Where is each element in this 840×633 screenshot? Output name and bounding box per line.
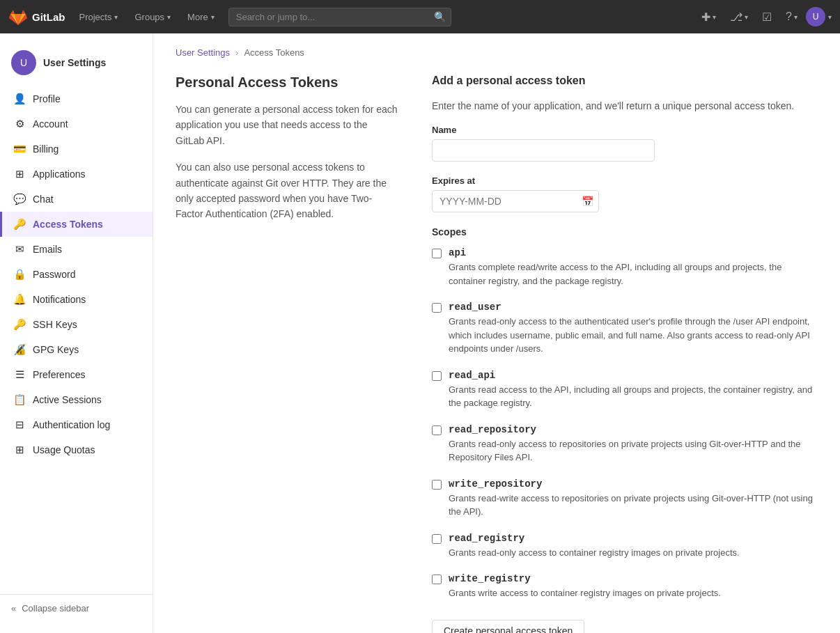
- sidebar-label-active-sessions: Active Sessions: [33, 394, 102, 405]
- page-desc-1: You can generate a personal access token…: [176, 102, 398, 148]
- sidebar-avatar: U: [11, 50, 36, 75]
- sidebar-item-access-tokens[interactable]: 🔑 Access Tokens: [0, 212, 153, 237]
- sidebar-user: U User Settings: [0, 45, 153, 86]
- user-avatar[interactable]: U: [806, 7, 825, 26]
- layout: U User Settings 👤 Profile ⚙ Account 💳 Bi…: [0, 33, 840, 633]
- sidebar-item-applications[interactable]: ⊞ Applications: [0, 162, 153, 187]
- breadcrumb-current: Access Tokens: [244, 47, 304, 58]
- billing-icon: 💳: [13, 143, 26, 155]
- usage-quotas-icon: ⊞: [13, 444, 26, 456]
- gitlab-text: GitLab: [32, 11, 65, 23]
- page-title: Personal Access Tokens: [176, 75, 398, 91]
- scope-read-registry-name: read_registry: [449, 533, 740, 544]
- sidebar-label-chat: Chat: [33, 194, 54, 205]
- applications-icon: ⊞: [13, 168, 26, 180]
- scope-write-registry-checkbox[interactable]: [432, 575, 442, 584]
- breadcrumb: User Settings › Access Tokens: [176, 47, 818, 58]
- auth-log-icon: ⊟: [13, 419, 26, 431]
- search-area: 🔍: [228, 8, 451, 26]
- help-button[interactable]: ?▾: [780, 8, 803, 26]
- sidebar-label-account: Account: [33, 118, 68, 130]
- name-input[interactable]: [432, 139, 655, 162]
- scope-api-name: api: [449, 247, 818, 258]
- form-section-title: Add a personal access token: [432, 75, 818, 87]
- emails-icon: ✉: [13, 243, 26, 256]
- scopes-group: Scopes api Grants complete read/write ac…: [432, 226, 818, 600]
- collapse-icon: «: [11, 603, 16, 614]
- scope-read-registry: read_registry Grants read-only access to…: [432, 533, 818, 560]
- account-icon: ⚙: [13, 118, 26, 130]
- scope-read-registry-checkbox[interactable]: [432, 534, 442, 544]
- breadcrumb-separator: ›: [235, 47, 238, 58]
- scope-write-registry: write_registry Grants write access to co…: [432, 573, 818, 600]
- breadcrumb-parent[interactable]: User Settings: [176, 47, 230, 58]
- page-body: Personal Access Tokens You can generate …: [176, 75, 818, 633]
- create-button[interactable]: ✚▾: [696, 8, 722, 26]
- sidebar-label-auth-log: Authentication log: [33, 419, 110, 430]
- sidebar-label-preferences: Preferences: [33, 369, 85, 380]
- sidebar-label-profile: Profile: [33, 93, 61, 104]
- scope-read-api-checkbox[interactable]: [432, 371, 442, 381]
- sidebar-item-ssh-keys[interactable]: 🔑 SSH Keys: [0, 312, 153, 337]
- expires-field-group: Expires at 📅: [432, 175, 818, 212]
- more-menu[interactable]: More ▾: [182, 9, 220, 25]
- sidebar-label-password: Password: [33, 269, 75, 280]
- form-section-desc: Enter the name of your application, and …: [432, 98, 818, 114]
- sidebar-item-usage-quotas[interactable]: ⊞ Usage Quotas: [0, 437, 153, 462]
- sidebar-item-profile[interactable]: 👤 Profile: [0, 86, 153, 111]
- collapse-label: Collapse sidebar: [22, 603, 89, 614]
- gitlab-logo[interactable]: GitLab: [8, 7, 65, 26]
- sidebar-item-auth-log[interactable]: ⊟ Authentication log: [0, 412, 153, 437]
- profile-icon: 👤: [13, 93, 26, 105]
- active-sessions-icon: 📋: [13, 393, 26, 406]
- scope-read-repository: read_repository Grants read-only access …: [432, 424, 818, 464]
- sidebar-label-gpg-keys: GPG Keys: [33, 344, 79, 355]
- merge-requests-button[interactable]: ⎇▾: [724, 8, 754, 26]
- topnav-right: ✚▾ ⎇▾ ☑ ?▾ U ▾: [696, 7, 832, 26]
- scope-write-registry-desc: Grants write access to container registr…: [449, 586, 721, 600]
- sidebar-item-notifications[interactable]: 🔔 Notifications: [0, 287, 153, 312]
- gpg-keys-icon: 🔏: [13, 343, 26, 356]
- todo-button[interactable]: ☑: [756, 8, 777, 26]
- scope-write-repository-desc: Grants read-write access to repositories…: [449, 492, 818, 519]
- topnav: GitLab Projects ▾ Groups ▾ More ▾ 🔍 ✚▾ ⎇…: [0, 0, 840, 33]
- scope-write-registry-name: write_registry: [449, 573, 721, 584]
- expires-label: Expires at: [432, 175, 818, 186]
- scope-api: api Grants complete read/write access to…: [432, 247, 818, 288]
- sidebar: U User Settings 👤 Profile ⚙ Account 💳 Bi…: [0, 33, 153, 633]
- collapse-sidebar-button[interactable]: « Collapse sidebar: [0, 594, 153, 622]
- chat-icon: 💬: [13, 193, 26, 205]
- sidebar-label-applications: Applications: [33, 169, 86, 180]
- scope-read-user-checkbox[interactable]: [432, 303, 442, 313]
- sidebar-label-notifications: Notifications: [33, 294, 86, 305]
- scope-write-repository-checkbox[interactable]: [432, 480, 442, 490]
- sidebar-label-usage-quotas: Usage Quotas: [33, 444, 95, 455]
- sidebar-item-gpg-keys[interactable]: 🔏 GPG Keys: [0, 337, 153, 362]
- avatar-chevron[interactable]: ▾: [828, 13, 832, 21]
- preferences-icon: ☰: [13, 368, 26, 381]
- sidebar-item-password[interactable]: 🔒 Password: [0, 262, 153, 287]
- password-icon: 🔒: [13, 268, 26, 281]
- scope-read-registry-desc: Grants read-only access to container reg…: [449, 546, 740, 560]
- main-content: User Settings › Access Tokens Personal A…: [153, 33, 840, 633]
- search-input[interactable]: [228, 8, 451, 26]
- sidebar-item-account[interactable]: ⚙ Account: [0, 111, 153, 136]
- sidebar-item-chat[interactable]: 💬 Chat: [0, 187, 153, 212]
- projects-menu[interactable]: Projects ▾: [74, 9, 124, 25]
- notifications-icon: 🔔: [13, 293, 26, 306]
- scope-read-api-name: read_api: [449, 370, 818, 381]
- scope-api-checkbox[interactable]: [432, 249, 442, 258]
- sidebar-item-billing[interactable]: 💳 Billing: [0, 136, 153, 162]
- expires-input[interactable]: [432, 190, 599, 212]
- groups-menu[interactable]: Groups ▾: [129, 9, 176, 25]
- sidebar-item-active-sessions[interactable]: 📋 Active Sessions: [0, 387, 153, 412]
- scope-read-api-desc: Grants read access to the API, including…: [449, 383, 818, 410]
- sidebar-nav: 👤 Profile ⚙ Account 💳 Billing ⊞ Applicat…: [0, 86, 153, 588]
- create-token-button[interactable]: Create personal access token: [432, 620, 584, 633]
- sidebar-item-emails[interactable]: ✉ Emails: [0, 237, 153, 262]
- scope-read-user: read_user Grants read-only access to the…: [432, 302, 818, 356]
- scope-read-repository-checkbox[interactable]: [432, 425, 442, 435]
- sidebar-label-access-tokens: Access Tokens: [33, 219, 103, 230]
- sidebar-item-preferences[interactable]: ☰ Preferences: [0, 362, 153, 387]
- sidebar-label-emails: Emails: [33, 244, 62, 255]
